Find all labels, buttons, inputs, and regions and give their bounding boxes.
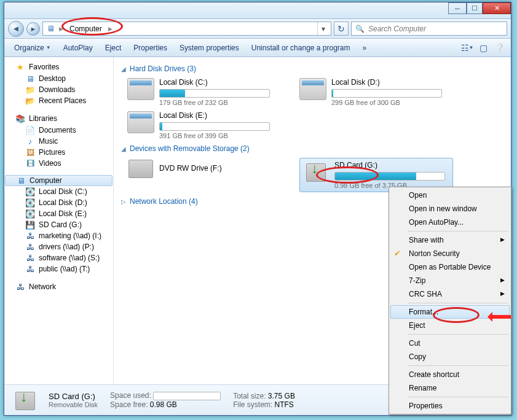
nav-row: ◄ ► 🖥 ▶ Computer ▶ ▾ ↻ 🔍 Search Computer — [4, 19, 511, 39]
libraries-header[interactable]: 📚Libraries — [4, 112, 113, 125]
preview-pane-button[interactable]: ▢ — [476, 41, 490, 55]
favorites-header[interactable]: ★Favorites — [4, 61, 113, 73]
usage-bar — [153, 392, 221, 400]
context-item-open-as-portable-device[interactable]: Open as Portable Device — [390, 260, 510, 274]
context-item-rename[interactable]: Rename — [390, 381, 510, 395]
dvd-icon — [128, 160, 153, 178]
help-button[interactable]: ❔ — [492, 41, 506, 55]
context-item-create-shortcut[interactable]: Create shortcut — [390, 368, 510, 381]
sidebar-item-net-t[interactable]: 🖧public (\\ad) (T:) — [4, 263, 113, 274]
sidebar-item-sdcard[interactable]: 💾SD Card (G:) — [4, 219, 113, 230]
drive-local-d[interactable]: Local Disk (D:)299 GB free of 300 GB — [299, 78, 447, 106]
system-properties-button[interactable]: System properties — [175, 41, 244, 55]
network-icon: 🖧 — [15, 282, 25, 292]
breadcrumb-computer[interactable]: Computer — [67, 22, 105, 35]
hdd-icon — [127, 111, 154, 133]
toolbar-more[interactable]: » — [358, 41, 372, 55]
netdrive-icon: 🖧 — [25, 264, 35, 274]
recent-icon: 📂 — [25, 96, 35, 106]
chevron-right-icon: ▶ — [59, 26, 63, 32]
netdrive-icon: 🖧 — [25, 231, 35, 241]
back-button[interactable]: ◄ — [8, 21, 24, 37]
sdcard-icon — [302, 160, 330, 184]
drive-icon: 💽 — [25, 198, 35, 208]
view-button[interactable]: ☷▼ — [460, 41, 474, 55]
documents-icon: 📄 — [25, 125, 35, 135]
star-icon: ★ — [15, 62, 25, 72]
desktop-icon: 🖥 — [25, 74, 35, 84]
sidebar-item-local-c[interactable]: 💽Local Disk (C:) — [4, 186, 113, 197]
forward-button[interactable]: ► — [26, 22, 40, 36]
status-name: SD Card (G:) — [49, 392, 98, 401]
submenu-arrow-icon: ▶ — [500, 277, 505, 283]
libraries-icon: 📚 — [15, 114, 25, 123]
section-hdd[interactable]: ◢Hard Disk Drives (3) — [121, 64, 503, 73]
expand-icon: ▷ — [121, 198, 126, 205]
properties-button[interactable]: Properties — [128, 41, 172, 55]
navigation-pane: ★Favorites 🖥Desktop 📁Downloads 📂Recent P… — [4, 57, 114, 384]
collapse-icon: ◢ — [121, 146, 126, 152]
drive-dvd[interactable]: DVD RW Drive (F:) — [127, 158, 275, 192]
context-item-open[interactable]: Open — [390, 189, 510, 202]
videos-icon: 🎞 — [25, 158, 35, 168]
context-item-format[interactable]: Format... — [390, 305, 510, 319]
organize-button[interactable]: Organize▼ — [9, 41, 56, 55]
sidebar-item-net-i[interactable]: 🖧marketing (\\ad) (I:) — [4, 230, 113, 241]
search-box[interactable]: 🔍 Search Computer — [351, 21, 507, 36]
sidebar-item-recent[interactable]: 📂Recent Places — [4, 95, 113, 106]
context-item-properties[interactable]: Properties — [390, 399, 510, 413]
context-item-cut[interactable]: Cut — [390, 336, 510, 350]
drive-local-e[interactable]: Local Disk (E:)391 GB free of 399 GB — [127, 111, 275, 139]
collapse-icon: ◢ — [121, 66, 126, 72]
sidebar-item-computer[interactable]: 🖥Computer — [5, 175, 112, 186]
sidebar-item-desktop[interactable]: 🖥Desktop — [4, 73, 113, 84]
section-removable[interactable]: ◢Devices with Removable Storage (2) — [121, 144, 503, 153]
network-header[interactable]: 🖧Network — [4, 281, 113, 293]
maximize-button[interactable]: ☐ — [467, 2, 483, 14]
sidebar-item-music[interactable]: ♪Music — [4, 136, 113, 147]
autoplay-button[interactable]: AutoPlay — [58, 41, 98, 55]
close-button[interactable]: ✕ — [483, 2, 511, 14]
sdcard-icon: 💾 — [25, 220, 35, 230]
norton-icon: ✔ — [394, 249, 404, 259]
titlebar: ─ ☐ ✕ — [4, 2, 511, 19]
context-item-crc-sha[interactable]: CRC SHA▶ — [390, 287, 510, 301]
uninstall-button[interactable]: Uninstall or change a program — [247, 41, 355, 55]
context-item-eject[interactable]: Eject — [390, 319, 510, 332]
chevron-right-icon: ▶ — [108, 26, 112, 32]
context-item-copy[interactable]: Copy — [390, 350, 510, 364]
sidebar-item-local-e[interactable]: 💽Local Disk (E:) — [4, 208, 113, 219]
toolbar: Organize▼ AutoPlay Eject Properties Syst… — [4, 39, 511, 57]
sdcard-icon — [12, 388, 39, 413]
minimize-button[interactable]: ─ — [448, 2, 467, 14]
context-item-open-autoplay[interactable]: Open AutoPlay... — [390, 216, 510, 229]
context-item-7-zip[interactable]: 7-Zip▶ — [390, 274, 510, 287]
submenu-arrow-icon: ▶ — [500, 236, 505, 243]
address-bar[interactable]: 🖥 ▶ Computer ▶ ▾ — [42, 21, 331, 36]
sidebar-item-net-s[interactable]: 🖧software (\\ad) (S:) — [4, 252, 113, 263]
folder-icon: 📁 — [25, 85, 35, 95]
address-dropdown[interactable]: ▾ — [317, 22, 328, 35]
netdrive-icon: 🖧 — [25, 242, 35, 252]
hdd-icon — [127, 78, 154, 100]
drive-local-c[interactable]: Local Disk (C:)179 GB free of 232 GB — [127, 78, 275, 106]
context-item-share-with[interactable]: Share with▶ — [390, 233, 510, 247]
search-placeholder: Search Computer — [368, 25, 426, 33]
sidebar-item-downloads[interactable]: 📁Downloads — [4, 84, 113, 95]
context-item-open-in-new-window[interactable]: Open in new window — [390, 202, 510, 216]
eject-button[interactable]: Eject — [100, 41, 127, 55]
sidebar-item-pictures[interactable]: 🖼Pictures — [4, 147, 113, 158]
sidebar-item-videos[interactable]: 🎞Videos — [4, 158, 113, 169]
music-icon: ♪ — [25, 136, 35, 146]
drive-icon: 💽 — [25, 187, 35, 196]
submenu-arrow-icon: ▶ — [500, 290, 505, 297]
context-item-norton-security[interactable]: Norton Security✔ — [390, 247, 510, 260]
computer-icon: 🖥 — [16, 176, 26, 185]
refresh-button[interactable]: ↻ — [334, 21, 349, 36]
sidebar-item-local-d[interactable]: 💽Local Disk (D:) — [4, 197, 113, 208]
hdd-icon — [299, 78, 326, 100]
sidebar-item-net-p[interactable]: 🖧drivers (\\ad) (P:) — [4, 241, 113, 252]
pictures-icon: 🖼 — [25, 147, 35, 157]
sidebar-item-documents[interactable]: 📄Documents — [4, 125, 113, 136]
status-subtitle: Removable Disk — [49, 401, 98, 408]
